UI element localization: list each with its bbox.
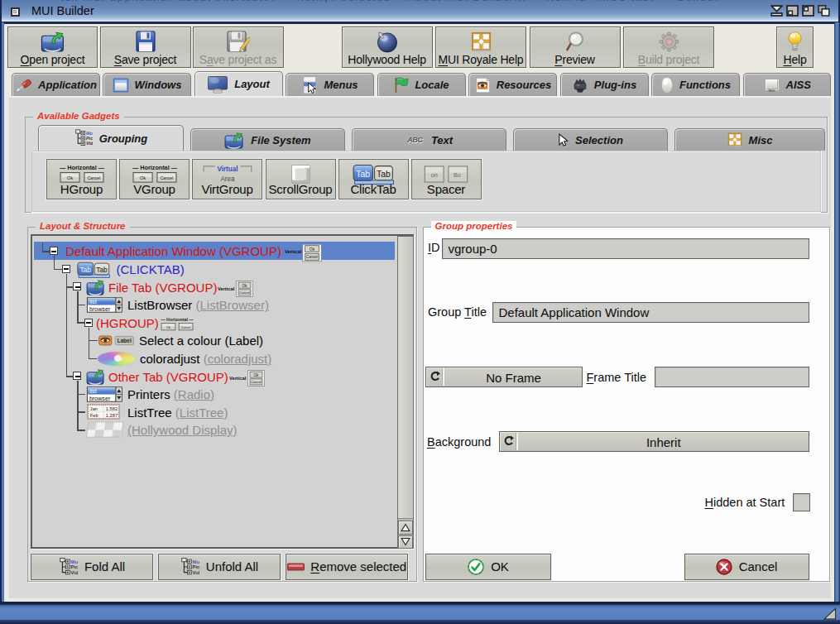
- svg-text:Vertical: Vertical: [229, 375, 247, 380]
- svg-text:Vertical: Vertical: [218, 286, 235, 290]
- svg-text:Vertical: Vertical: [285, 249, 302, 254]
